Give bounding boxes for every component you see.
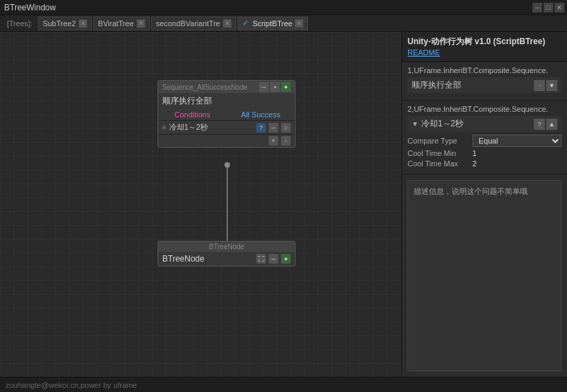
main-area: Sequence_AllSuccessNode ─ ▪ ● 顺序执行全部 Con…	[0, 32, 567, 377]
btree-node-header-label: BTreeNode	[209, 243, 244, 251]
tab-bvirattree-label: BViratTree	[98, 19, 134, 28]
sequence-node-header-btns: ─ ▪ ●	[259, 82, 291, 92]
btree-node: BTreeNode BTreeNode ⛶ ─ ●	[157, 241, 296, 266]
sequence-node: Sequence_AllSuccessNode ─ ▪ ● 顺序执行全部 Con…	[157, 80, 296, 148]
panel-field-compare-type: Compare Type Equal Less Greater	[407, 135, 561, 147]
right-panel-header: Unity-动作行为树 v1.0 (ScriptBTree) README	[402, 32, 567, 62]
tab-subtree2-label: SubTree2	[43, 19, 76, 28]
tab-subtree2-close[interactable]: ✕	[79, 19, 87, 28]
tab-scriptbtree[interactable]: ✓ ScriptBTree ✕	[238, 17, 309, 30]
sequence-node-settings-btn[interactable]: ▪	[270, 82, 280, 92]
sequence-child-label: 冷却1～2秒	[169, 122, 253, 133]
panel-section2-question-btn[interactable]: ?	[534, 119, 545, 130]
panel-field-compare-type-select[interactable]: Equal Less Greater	[472, 135, 561, 147]
panel-field-cool-max-label: Cool Time Max	[407, 159, 470, 168]
panel-title: Unity-动作行为树 v1.0 (ScriptBTree)	[407, 36, 545, 48]
btree-node-status-btn[interactable]: ●	[281, 254, 291, 264]
title-bar-label: BTreeWindow	[4, 3, 56, 12]
tab-conditions[interactable]: Conditions	[158, 109, 227, 120]
sequence-node-title-text: 顺序执行全部	[162, 95, 212, 107]
sequence-node-child: ≡ 冷却1～2秒 ? ─ ○	[158, 121, 295, 134]
panel-section1-title: 顺序执行全部	[412, 79, 534, 91]
tab-secondbvarianttree-label: secondBVariantTre	[156, 19, 220, 28]
close-button[interactable]: ✕	[555, 3, 564, 12]
panel-field-cool-max: Cool Time Max 2	[407, 159, 561, 168]
btree-node-link-btn[interactable]: ⛶	[256, 254, 266, 264]
panel-section2-arrow-btn[interactable]: ▲	[546, 119, 557, 130]
panel-section1-path: 1,UFrame.InheriBT.Composite.Sequence.	[407, 66, 561, 75]
right-panel: Unity-动作行为树 v1.0 (ScriptBTree) README 1,…	[401, 32, 567, 377]
minimize-button[interactable]: ─	[532, 3, 542, 12]
tab-bvirattree[interactable]: BViratTree ✕	[93, 17, 150, 30]
panel-field-cool-min-label: Cool Time Min	[407, 149, 470, 157]
sequence-node-header-label: Sequence_AllSuccessNode	[162, 84, 247, 91]
btree-node-header: BTreeNode	[158, 242, 295, 252]
panel-section1-btns: - ▼	[534, 80, 557, 91]
panel-section1-minus-btn[interactable]: -	[534, 80, 545, 91]
panel-readme-link[interactable]: README	[407, 48, 440, 57]
window-controls: ─ □ ✕	[532, 3, 564, 12]
check-icon: ✓	[242, 19, 249, 28]
sequence-add-btn[interactable]: +	[269, 136, 278, 146]
panel-section2-title: 冷却1～2秒	[421, 118, 534, 130]
panel-section-1: 1,UFrame.InheriBT.Composite.Sequence. 顺序…	[402, 62, 567, 101]
sequence-node-minimize-btn[interactable]: ─	[259, 82, 269, 92]
btree-node-minus-btn[interactable]: ─	[269, 254, 278, 264]
panel-section1-arrow-btn[interactable]: ▼	[546, 80, 557, 91]
sequence-node-status-btn[interactable]: ●	[281, 82, 291, 92]
child-help-btn[interactable]: ?	[256, 123, 266, 133]
panel-field-cool-min: Cool Time Min 1	[407, 149, 561, 157]
trees-label: [Trees]:	[3, 19, 37, 28]
panel-field-compare-type-label: Compare Type	[407, 137, 470, 145]
tab-scriptbtree-close[interactable]: ✕	[295, 19, 303, 28]
child-minus-btn[interactable]: ─	[269, 123, 278, 133]
connector-line	[222, 165, 232, 248]
child-eq-icon: ≡	[162, 124, 166, 131]
sequence-node-header: Sequence_AllSuccessNode ─ ▪ ●	[158, 81, 295, 93]
sequence-node-footer: + -	[158, 134, 295, 147]
btree-node-body: BTreeNode ⛶ ─ ●	[158, 252, 295, 266]
sequence-node-tabs: Conditions All Success	[158, 109, 295, 121]
maximize-button[interactable]: □	[544, 3, 553, 12]
sequence-remove-btn[interactable]: -	[281, 136, 291, 146]
tab-bvirattree-close[interactable]: ✕	[137, 19, 145, 28]
footer: zouhangte@wekoi.cn,power by uframe	[0, 377, 567, 392]
panel-section2-btns: ? ▲	[534, 119, 557, 130]
panel-section2-path: 2,UFrame.InheriBT.Composite.Sequence.	[407, 105, 561, 113]
tab-secondbvarianttree[interactable]: secondBVariantTre ✕	[151, 17, 236, 30]
connector-dot-top	[224, 162, 230, 168]
panel-section2-title-bar: ▼ 冷却1～2秒 ? ▲	[407, 116, 561, 132]
panel-section1-title-bar: 顺序执行全部 - ▼	[407, 77, 561, 93]
title-bar: BTreeWindow ─ □ ✕	[0, 0, 567, 15]
tab-allsuccess[interactable]: All Success	[227, 109, 295, 120]
canvas-area[interactable]: Sequence_AllSuccessNode ─ ▪ ● 顺序执行全部 Con…	[0, 32, 401, 377]
triangle-icon: ▼	[412, 120, 419, 128]
description-box: 描述信息，说明这个问题不简单哦	[407, 180, 561, 371]
sequence-node-title: 顺序执行全部	[158, 93, 295, 109]
btree-node-title: BTreeNode	[162, 254, 253, 264]
child-circle-btn[interactable]: ○	[281, 123, 291, 133]
panel-field-cool-min-value: 1	[472, 149, 561, 157]
tab-subtree2[interactable]: SubTree2 ✕	[38, 17, 92, 30]
tab-bar: [Trees]: SubTree2 ✕ BViratTree ✕ secondB…	[0, 15, 567, 32]
panel-section-2: 2,UFrame.InheriBT.Composite.Sequence. ▼ …	[402, 101, 567, 175]
tab-scriptbtree-label: ScriptBTree	[253, 19, 293, 28]
tab-secondbvarianttree-close[interactable]: ✕	[223, 19, 231, 28]
panel-field-cool-max-value: 2	[472, 159, 561, 168]
footer-label: zouhangte@wekoi.cn,power by uframe	[6, 381, 137, 389]
